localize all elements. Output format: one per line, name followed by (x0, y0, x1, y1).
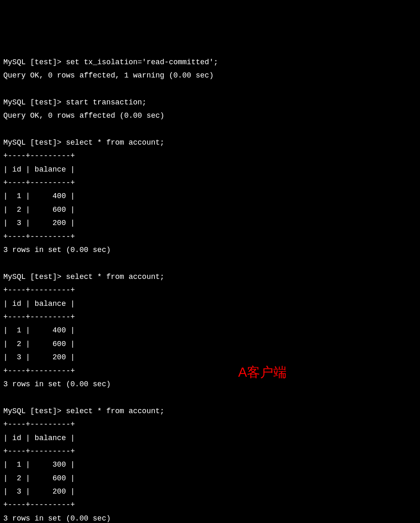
annotation-label: A客户端 (238, 361, 287, 385)
terminal-line: Query OK, 0 rows affected, 1 warning (0.… (3, 69, 417, 82)
terminal-line: 3 rows in set (0.00 sec) (3, 512, 417, 523)
terminal-line: | id | balance | (3, 163, 417, 176)
terminal-line: +----+---------+ (3, 364, 417, 378)
terminal-line: MySQL [test]> select * from account; (3, 404, 417, 418)
terminal-line: MySQL [test]> select * from account; (3, 136, 417, 149)
terminal-line: | id | balance | (3, 297, 417, 310)
terminal-line: | 3 | 200 | (3, 351, 417, 364)
terminal-line: | 2 | 600 | (3, 472, 417, 485)
terminal-line: +----+---------+ (3, 230, 417, 243)
terminal-line: MySQL [test]> select * from account; (3, 270, 417, 283)
terminal-line: MySQL [test]> set tx_isolation='read-com… (3, 56, 417, 69)
terminal-line (3, 123, 417, 136)
terminal-line: | 1 | 400 | (3, 189, 417, 203)
terminal-line: | 3 | 200 | (3, 485, 417, 498)
terminal-line: +----+---------+ (3, 149, 417, 162)
terminal-line: +----+---------+ (3, 176, 417, 189)
terminal-output: MySQL [test]> set tx_isolation='read-com… (3, 56, 417, 523)
terminal-line: MySQL [test]> start transaction; (3, 96, 417, 109)
terminal-line: Query OK, 0 rows affected (0.00 sec) (3, 109, 417, 122)
terminal-line: 3 rows in set (0.00 sec) (3, 378, 417, 391)
terminal-line: | 3 | 200 | (3, 216, 417, 230)
terminal-line (3, 82, 417, 95)
terminal-line: +----+---------+ (3, 283, 417, 297)
terminal-line: | 2 | 600 | (3, 337, 417, 351)
terminal-line: +----+---------+ (3, 310, 417, 324)
terminal-line: | 1 | 400 | (3, 324, 417, 337)
terminal-line: +----+---------+ (3, 418, 417, 431)
terminal-line (3, 257, 417, 270)
terminal-line: | 1 | 300 | (3, 458, 417, 471)
terminal-line: | id | balance | (3, 431, 417, 445)
terminal-line: | 2 | 600 | (3, 203, 417, 216)
terminal-line: +----+---------+ (3, 498, 417, 511)
terminal-line: +----+---------+ (3, 445, 417, 458)
terminal-line: 3 rows in set (0.00 sec) (3, 243, 417, 257)
terminal-line (3, 391, 417, 404)
